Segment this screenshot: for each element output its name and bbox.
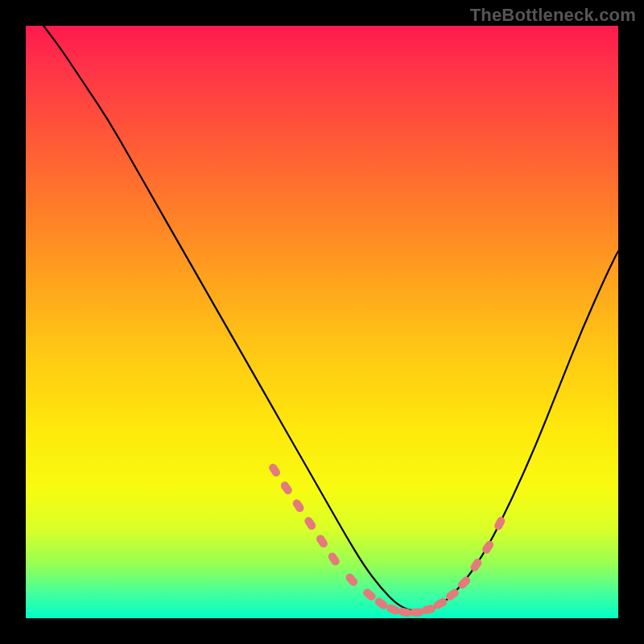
curve-marker [493,516,506,530]
curve-marker [433,597,448,609]
curve-marker [398,607,412,617]
curve-marker [268,463,281,477]
curve-marker [411,609,423,616]
curve-marker [316,534,328,548]
curve-marker [328,551,341,566]
curve-marker [345,572,358,587]
curve-layer [26,26,618,618]
curve-marker [374,597,389,610]
curve-marker [291,498,304,513]
plot-area [26,26,618,618]
curve-marker [362,588,377,601]
watermark-text: TheBottleneck.com [470,5,636,26]
curve-marker [422,605,436,615]
curve-marker [280,481,293,495]
bottleneck-curve [43,26,618,611]
curve-marker [303,516,316,530]
chart-container: TheBottleneck.com [0,0,644,644]
